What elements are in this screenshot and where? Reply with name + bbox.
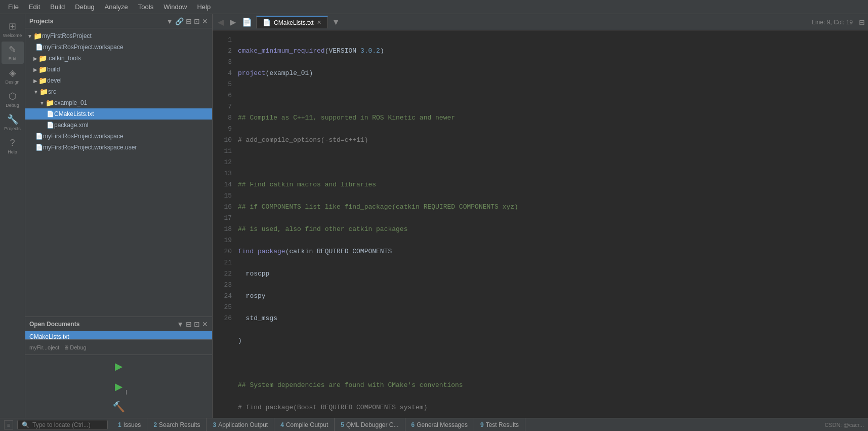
code-line-4: ## Compile as C++11, supported in ROS Ki… [238,112,868,124]
debug-run-button[interactable]: ▶ | [110,377,128,396]
debug-mini-icon: 🖥 [63,344,69,350]
folder-icon: 📁 [33,32,42,40]
debug-mini-label: Debug [70,344,86,350]
open-doc-item-cmakelists[interactable]: CMakeLists.txt [25,331,212,339]
open-docs-arrow-icon[interactable]: ▼ [177,320,184,328]
menu-tools[interactable]: Tools [133,1,158,13]
code-editor[interactable]: 12345 678910 1112131415 1617181920 21222… [213,30,868,418]
sidebar-item-edit[interactable]: ✎ Edit [2,42,24,64]
code-line-7: ## Find catkin macros and libraries [238,179,868,190]
code-line-9: ## is used, also find other catkin packa… [238,224,868,235]
build-button[interactable]: 🔨 [110,398,128,416]
tree-item-workspace2[interactable]: 📄 myFirstRosProject.workspace [25,131,212,142]
projects-maximize-icon[interactable]: ⊡ [194,17,200,25]
arrow-icon: ▶ [33,67,37,72]
open-docs-collapse-icon[interactable]: ⊟ [186,320,192,328]
open-docs-header: Open Documents ▼ ⊟ ⊡ ✕ [25,317,212,331]
open-docs-close-icon[interactable]: ✕ [202,320,208,328]
status-search-bar[interactable]: 🔍 [17,420,108,430]
tab-filename: CMakeLists.txt [274,19,314,26]
code-line-16: ## System dependencies are found with CM… [238,380,868,391]
sidebar-item-help[interactable]: ? Help [2,135,24,157]
menu-file[interactable]: File [3,1,24,13]
debug-icon: ⬡ [9,91,17,102]
code-line-1: cmake_minimum_required(VERSION 3.0.2) [238,46,868,57]
tree-item-packagexml[interactable]: 📄 package.xml [25,120,212,131]
tree-item-cmakelists[interactable]: 📄 CMakeLists.txt [25,108,212,120]
run-button[interactable]: ▶ [110,357,128,375]
tree-item-workspace-user[interactable]: 📄 myFirstRosProject.workspace.user [25,142,212,153]
status-tab-qml-debugger[interactable]: 5 QML Debugger C... [335,418,405,431]
menu-window[interactable]: Window [158,1,192,13]
menu-bar: File Edit Build Debug Analyze Tools Wind… [0,0,868,14]
project-label: myFir...oject [29,344,59,350]
sidebar-item-design[interactable]: ◈ Design [2,65,24,87]
panel-toggle-button[interactable]: ≡ [4,420,13,429]
tree-item-src[interactable]: ▼ 📁 src [25,86,212,97]
menu-build[interactable]: Build [45,1,70,13]
arrow-icon: ▼ [27,33,32,39]
tab-file-icon: 📄 [263,19,271,26]
status-tab-app-output[interactable]: 3 Application Output [206,418,274,431]
nav-back-button[interactable]: ◀ [216,16,226,28]
dropdown-arrow-icon[interactable]: ▼ [330,17,342,28]
projects-link-icon[interactable]: 🔗 [175,17,184,25]
projects-filter-icon[interactable]: ▼ [166,17,173,25]
tree-item-devel[interactable]: ▶ 📁 devel [25,75,212,86]
folder-icon: 📁 [38,76,47,85]
code-line-12: rospy [238,291,868,302]
projects-close-icon[interactable]: ✕ [202,17,208,25]
menu-help[interactable]: Help [192,1,216,13]
folder-icon: 📁 [38,65,47,73]
line-numbers: 12345 678910 1112131415 1617181920 21222… [213,30,238,418]
menu-edit[interactable]: Edit [24,1,45,13]
editor-tab-cmakelists[interactable]: 📄 CMakeLists.txt ✕ [256,16,328,28]
activity-bar: ⊞ Welcome ✎ Edit ◈ Design ⬡ Debug 🔧 Proj… [0,14,25,418]
sidebar-item-debug[interactable]: ⬡ Debug [2,88,24,110]
search-icon: 🔍 [22,421,29,428]
tree-item-workspace[interactable]: 📄 myFirstRosProject.workspace [25,42,212,53]
tree-item-build[interactable]: ▶ 📁 build [25,64,212,75]
status-bar: ≡ 🔍 1 Issues 2 Search Results 3 Applicat… [0,418,868,431]
nav-forward-button[interactable]: ▶ [228,16,238,28]
open-docs-maximize-icon[interactable]: ⊡ [194,320,200,328]
status-right-info: CSDN: @cacr... [824,422,864,428]
tree-item-root[interactable]: ▼ 📁 myFirstRosProject [25,30,212,42]
projects-panel-icons: ▼ 🔗 ⊟ ⊡ ✕ [166,17,208,25]
sidebar-item-welcome[interactable]: ⊞ Welcome [2,18,24,41]
code-line-13: std_msgs [238,313,868,324]
menu-debug[interactable]: Debug [70,1,99,13]
tab-close-button[interactable]: ✕ [317,19,321,26]
code-content: cmake_minimum_required(VERSION 3.0.2) pr… [238,30,868,418]
folder-icon: 📁 [46,99,54,107]
tree-item-catkin[interactable]: ▶ 📁 .catkin_tools [25,53,212,64]
tree-item-example01[interactable]: ▼ 📁 example_01 [25,97,212,108]
code-line-17: # find_package(Boost REQUIRED COMPONENTS… [238,402,868,413]
status-search-input[interactable] [32,421,103,428]
code-line-10: find_package(catkin REQUIRED COMPONENTS [238,246,868,257]
status-tab-compile[interactable]: 4 Compile Output [274,418,335,431]
arrow-icon: ▶ [33,78,37,84]
menu-analyze[interactable]: Analyze [100,1,133,13]
file-tree: ▼ 📁 myFirstRosProject 📄 myFirstRosProjec… [25,28,212,317]
sidebar-item-projects[interactable]: 🔧 Projects [2,111,24,134]
status-tab-search-results[interactable]: 2 Search Results [147,418,206,431]
status-tab-general-messages[interactable]: 6 General Messages [405,418,474,431]
status-tab-issues[interactable]: 1 Issues [112,418,147,431]
code-line-11: roscpp [238,268,868,280]
open-docs-icons: ▼ ⊟ ⊡ ✕ [177,320,208,328]
code-line-6 [238,157,868,168]
file-ws-user-icon: 📄 [35,144,43,151]
arrow-icon: ▼ [33,89,38,95]
nav-doc-icon: 📄 [240,16,254,28]
status-tab-test-results[interactable]: 9 Test Results [474,418,525,431]
projects-collapse-icon[interactable]: ⊟ [186,17,192,25]
file-ws-icon: 📄 [35,133,43,140]
arrow-icon: ▼ [39,100,45,106]
design-icon: ◈ [9,67,16,79]
folder-icon: 📁 [39,88,48,96]
status-left: ≡ 🔍 [4,420,108,430]
split-editor-button[interactable]: ⊟ [859,18,865,26]
projects-icon: 🔧 [7,114,18,125]
status-tabs: 1 Issues 2 Search Results 3 Application … [112,418,824,431]
